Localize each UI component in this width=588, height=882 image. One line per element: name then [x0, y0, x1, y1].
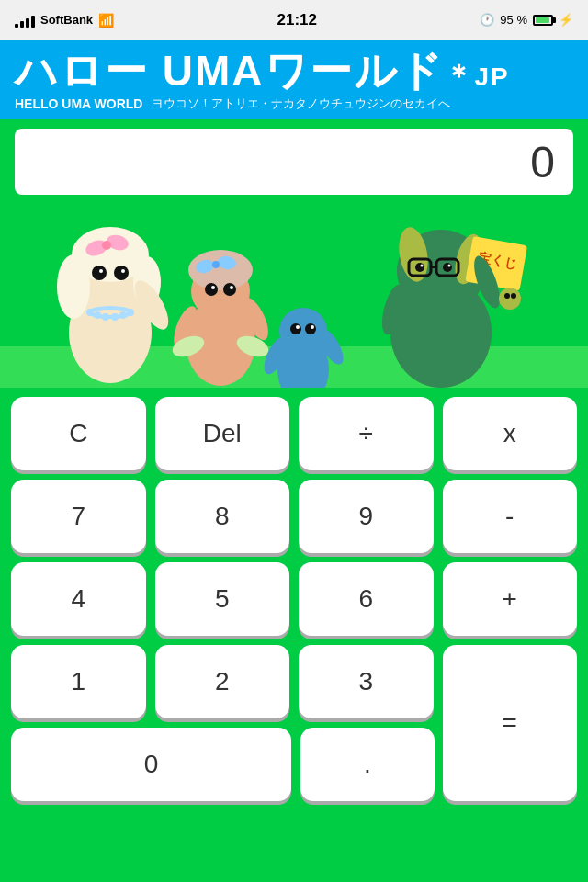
battery-icon: [533, 15, 553, 26]
btn-6[interactable]: 6: [299, 562, 434, 636]
svg-point-30: [211, 286, 215, 289]
status-bar: SoftBank 📶 21:12 🕐 95 % ⚡: [0, 0, 588, 40]
svg-point-54: [448, 265, 451, 267]
svg-point-28: [205, 283, 218, 296]
btn-subtract[interactable]: -: [443, 480, 578, 553]
svg-point-27: [212, 261, 220, 268]
btn-7[interactable]: 7: [11, 480, 146, 553]
app-subtitle-en: HELLO UMA WORLD: [15, 96, 142, 111]
clock-icon: 🕐: [480, 13, 494, 27]
svg-point-53: [421, 265, 424, 267]
btn-row-5: 0 .: [11, 728, 577, 801]
signal-icon: [15, 13, 35, 28]
display-area: 0: [0, 119, 588, 204]
btn-5[interactable]: 5: [155, 562, 290, 636]
btn-8[interactable]: 8: [155, 480, 290, 553]
svg-point-17: [102, 313, 109, 321]
battery-pct: 95 %: [500, 13, 527, 27]
btn-clear[interactable]: C: [11, 397, 146, 470]
svg-point-51: [415, 263, 424, 272]
character-area: 宝くじ: [0, 204, 588, 388]
btn-3[interactable]: 3: [299, 645, 434, 718]
btn-1[interactable]: 1: [11, 645, 146, 718]
btn-add[interactable]: +: [443, 562, 578, 636]
btn-2[interactable]: 2: [155, 645, 290, 718]
svg-point-29: [223, 283, 236, 296]
btn-decimal[interactable]: .: [300, 728, 434, 801]
btn-0[interactable]: 0: [11, 728, 291, 801]
svg-point-40: [296, 325, 300, 329]
svg-point-5: [57, 254, 90, 319]
status-right: 🕐 95 % ⚡: [480, 13, 573, 27]
btn-delete[interactable]: Del: [155, 397, 290, 470]
app-title: ハロー UMAワールド＊JP: [15, 50, 573, 92]
svg-point-12: [99, 269, 103, 273]
btn-row-1: C Del ÷ x: [11, 397, 577, 470]
svg-point-18: [111, 313, 119, 321]
svg-point-10: [92, 266, 107, 280]
svg-point-19: [119, 311, 127, 319]
btn-4[interactable]: 4: [11, 562, 146, 636]
status-left: SoftBank 📶: [15, 13, 114, 28]
btn-row-3: 4 5 6 +: [11, 562, 577, 636]
svg-point-39: [305, 323, 316, 334]
svg-point-41: [311, 325, 314, 329]
calc-buttons: C Del ÷ x 7 8 9 - 4 5 6 + 1 2 3 = 0 .: [0, 388, 588, 816]
svg-point-11: [114, 266, 129, 280]
svg-point-16: [94, 311, 101, 319]
app-header: ハロー UMAワールド＊JP HELLO UMA WORLD ヨウコソ！アトリエ…: [0, 40, 588, 119]
svg-point-9: [102, 241, 111, 250]
svg-point-38: [290, 323, 301, 334]
display-value: 0: [530, 137, 555, 187]
svg-point-59: [499, 288, 521, 310]
svg-point-31: [230, 286, 233, 289]
btn-divide[interactable]: ÷: [299, 397, 434, 470]
wifi-icon: 📶: [98, 13, 114, 28]
btn-9[interactable]: 9: [299, 480, 434, 553]
app-subtitle-row: HELLO UMA WORLD ヨウコソ！アトリエ・ナカタノウチュウジンのセカイ…: [15, 96, 573, 112]
svg-point-15: [86, 309, 94, 316]
carrier-label: SoftBank: [40, 13, 93, 27]
charging-icon: ⚡: [559, 13, 573, 27]
svg-point-20: [127, 309, 134, 316]
status-time: 21:12: [277, 11, 316, 29]
svg-point-60: [504, 293, 510, 299]
calc-display: 0: [15, 129, 573, 195]
btn-row-2: 7 8 9 -: [11, 480, 577, 553]
btn-multiply[interactable]: x: [443, 397, 578, 470]
app-subtitle-jp: ヨウコソ！アトリエ・ナカタノウチュウジンのセカイへ: [152, 96, 450, 112]
svg-point-61: [511, 293, 516, 299]
svg-point-13: [121, 269, 125, 273]
svg-point-52: [443, 263, 452, 272]
characters-illustration: 宝くじ: [0, 204, 588, 388]
